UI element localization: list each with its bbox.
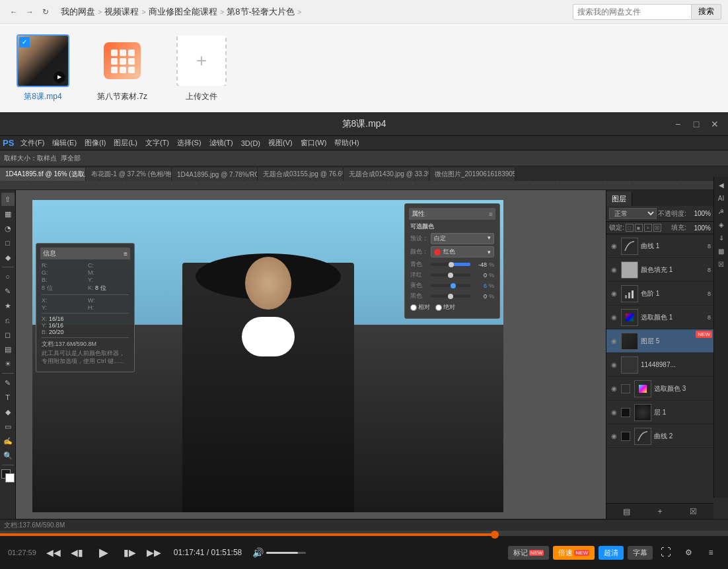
fg-bg-colors[interactable] [1,469,15,483]
layer-eye-levels1[interactable]: ◉ [609,289,618,298]
lock-position[interactable]: + [644,224,652,232]
ps-tab-3[interactable]: 无题合成03155.jpg @ 76.6%/RGB/8... [258,168,344,181]
panel-icon-2[interactable]: AI [716,193,727,203]
tool-history[interactable]: ⎌ [1,314,15,327]
back5-btn[interactable]: ◀◀ [44,543,63,562]
settings-btn[interactable]: ⚙ [679,543,698,562]
layer-eye-photo5[interactable]: ◉ [609,337,618,346]
beisu-btn[interactable]: 倍速 NEW [553,546,595,560]
panel-icon-share[interactable]: ◈ [716,219,727,230]
tool-eraser[interactable]: ◻ [1,328,15,341]
file-item-video[interactable]: ✓ ▶ 第8课.mp4 [13,34,73,102]
ps-tab-0[interactable]: 1D4A1895.tif @ 16% (选取颜色 3, RGB/8#) × [0,168,86,181]
slider-cyan-thumb[interactable] [449,262,454,267]
tool-lasso[interactable]: ◔ [1,222,15,235]
panel-icon-trash[interactable]: ☒ [716,259,727,269]
chaoqing-btn[interactable]: 超清 [599,546,624,560]
ps-tab-1[interactable]: 布花圆-1 @ 37.2% (色相/饱和度 2 里... [86,168,172,181]
method-relative[interactable]: 相对 [410,303,430,312]
fullscreen-btn[interactable]: ⛶ [657,543,675,562]
ps-tab-4[interactable]: 无题合成01430.jpg @ 33.3%/RGB... [344,168,429,181]
tool-stamp[interactable]: ★ [1,299,15,312]
tool-move[interactable]: ⇧ [1,193,15,206]
layer-text-id[interactable]: ◉ 11448987... [606,353,713,377]
tool-hand[interactable]: ✍ [1,434,15,448]
layer-fill1[interactable]: ◉ 颜色填充 1 8 [606,258,713,282]
layer-eye-selective1[interactable]: ◉ [609,313,618,322]
info-close-btn[interactable]: ≡ [124,250,127,257]
tool-text[interactable]: T [1,391,15,404]
menu-view[interactable]: 视图(V) [264,136,297,151]
layer-photo5[interactable]: ◉ 图层 5 NEW [606,329,713,353]
more-btn[interactable]: ≡ [702,543,720,562]
menu-text[interactable]: 文字(T) [141,136,173,151]
upload-box[interactable]: + [176,34,227,87]
tool-eyedrop[interactable]: ◆ [1,251,15,264]
tool-select[interactable]: ▦ [1,207,15,220]
layer-eye-curves1[interactable]: ◉ [609,242,618,251]
delete-layer-btn[interactable]: ☒ [690,507,697,516]
layer-selective1[interactable]: ◉ 选取颜色 1 8 [606,306,713,329]
breadcrumb-section[interactable]: 第8节-轻奢大片色 [227,6,295,18]
menu-window[interactable]: 窗口(W) [297,136,331,151]
slider-black-track[interactable] [431,294,470,298]
file-item-zip[interactable]: 第八节素材.7z [92,34,152,102]
lock-transparent[interactable]: □ [626,224,634,232]
sel-preset-dropdown[interactable]: 白定 ▾ [431,233,494,244]
new-group-btn[interactable]: ▤ [623,507,630,516]
menu-3d[interactable]: 3D(D) [237,136,264,151]
progress-bar[interactable] [0,533,728,536]
forward-btn[interactable]: → [22,5,37,19]
lock-image[interactable]: ■ [635,224,643,232]
close-btn[interactable]: ✕ [710,119,720,129]
menu-edit[interactable]: 编辑(E) [48,136,81,151]
tool-spot[interactable]: ○ [1,270,15,283]
layer-eye-selective3[interactable]: ◉ [609,384,618,393]
ps-tab-2[interactable]: 1D4A1895.jpg @ 7.78%/RGB/8 [172,168,258,181]
menu-file[interactable]: 文件(F) [17,136,48,151]
method-absolute-radio[interactable] [435,304,442,311]
ps-tab-5[interactable]: 微信图片_20190616183905.jpg @ 203... [429,168,515,181]
volume-icon[interactable]: 🔊 [252,547,264,558]
slider-black-thumb[interactable] [448,294,453,299]
layer-1[interactable]: ◉ 层 1 [606,401,713,424]
tool-crop[interactable]: □ [1,236,15,250]
next-btn[interactable]: ▮▶ [121,543,139,562]
menu-filter[interactable]: 滤镜(T) [205,136,237,151]
method-absolute[interactable]: 绝对 [435,303,455,312]
search-input[interactable] [573,4,692,20]
menu-layer[interactable]: 图层(L) [110,136,141,151]
layer-eye-fill1[interactable]: ◉ [609,265,618,275]
zimu-btn[interactable]: 字幕 [628,546,653,560]
breadcrumb-video[interactable]: 视频课程 [104,6,139,18]
layer-eye-curves2[interactable]: ◉ [609,432,618,441]
layer-curves1[interactable]: ◉ 曲线 1 8 [606,234,713,258]
menu-select[interactable]: 选择(S) [173,136,205,151]
volume-bar[interactable] [266,552,306,554]
tool-burn[interactable]: ☀ [1,357,15,370]
slider-yellow-thumb[interactable] [451,283,456,288]
menu-help[interactable]: 帮助(H) [330,136,363,151]
breadcrumb-course[interactable]: 商业修图全能课程 [149,6,217,18]
method-relative-radio[interactable] [410,304,417,311]
layers-tab[interactable]: 图层 [606,191,632,206]
fwd5-btn[interactable]: ▶▶ [145,543,163,562]
menu-image[interactable]: 图像(I) [81,136,110,151]
blend-mode-select[interactable]: 正常 [609,208,657,219]
tool-pen[interactable]: ✎ [1,376,15,389]
panel-icon-histogram[interactable]: ▩ [716,246,727,256]
tool-shape[interactable]: ▭ [1,420,15,433]
slider-yellow-track[interactable] [431,284,470,287]
breadcrumb-home[interactable]: 我的网盘 [61,6,95,18]
prev-btn[interactable]: ◀▮ [68,543,87,562]
tool-zoom[interactable]: 🔍 [1,449,15,462]
tool-gradient[interactable]: ▤ [1,343,15,356]
panel-icon-3[interactable]: ☭ [716,206,727,217]
refresh-btn[interactable]: ↻ [38,5,53,19]
layer-eye-textid[interactable]: ◉ [609,360,618,370]
layer-curves2[interactable]: ◉ 曲线 2 [606,424,713,448]
layer-eye-layer1[interactable]: ◉ [609,408,618,417]
tool-path[interactable]: ◆ [1,405,15,418]
file-item-upload[interactable]: + 上传文件 [172,34,231,102]
back-btn[interactable]: ← [7,5,21,19]
